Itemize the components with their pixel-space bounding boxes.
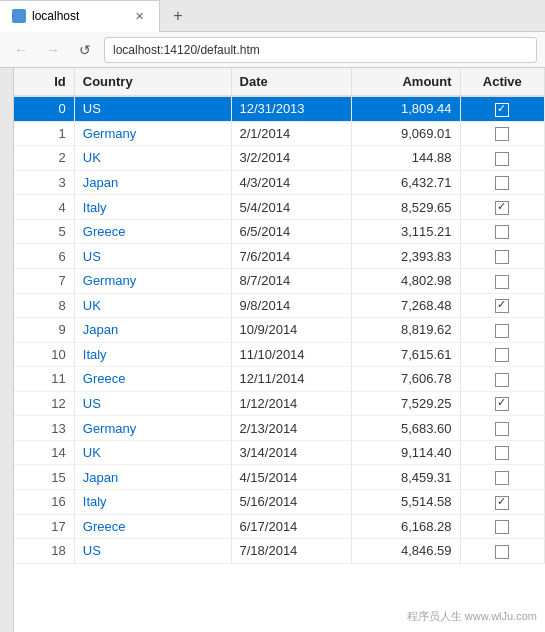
table-row[interactable]: 7Germany8/7/20144,802.98 (14, 268, 545, 293)
col-header-date[interactable]: Date (231, 68, 352, 96)
cell-country[interactable]: UK (74, 146, 231, 171)
cell-country[interactable]: US (74, 96, 231, 121)
cell-active[interactable] (460, 195, 544, 220)
cell-country[interactable]: US (74, 539, 231, 564)
country-link[interactable]: Greece (83, 519, 126, 534)
cell-country[interactable]: Italy (74, 490, 231, 515)
table-row[interactable]: 14UK3/14/20149,114.40 (14, 440, 545, 465)
forward-button[interactable]: → (40, 37, 66, 63)
active-checkbox[interactable] (495, 373, 509, 387)
table-row[interactable]: 11Greece12/11/20147,606.78 (14, 367, 545, 392)
active-checkbox[interactable] (495, 127, 509, 141)
table-row[interactable]: 18US7/18/20144,846.59 (14, 539, 545, 564)
country-link[interactable]: Germany (83, 421, 136, 436)
active-checkbox[interactable] (495, 446, 509, 460)
table-row[interactable]: 5Greece6/5/20143,115.21 (14, 219, 545, 244)
country-link[interactable]: Japan (83, 175, 118, 190)
cell-country[interactable]: Japan (74, 318, 231, 343)
cell-country[interactable]: US (74, 391, 231, 416)
country-link[interactable]: US (83, 543, 101, 558)
table-row[interactable]: 12US1/12/20147,529.25 (14, 391, 545, 416)
cell-country[interactable]: Greece (74, 514, 231, 539)
back-button[interactable]: ← (8, 37, 34, 63)
table-row[interactable]: 2UK3/2/2014144.88 (14, 146, 545, 171)
col-header-amount[interactable]: Amount (352, 68, 461, 96)
table-row[interactable]: 10Italy11/10/20147,615.61 (14, 342, 545, 367)
table-row[interactable]: 6US7/6/20142,393.83 (14, 244, 545, 269)
active-checkbox[interactable] (495, 201, 509, 215)
active-checkbox[interactable] (495, 275, 509, 289)
table-row[interactable]: 15Japan4/15/20148,459.31 (14, 465, 545, 490)
country-link[interactable]: US (83, 249, 101, 264)
cell-active[interactable] (460, 96, 544, 121)
cell-active[interactable] (460, 539, 544, 564)
country-link[interactable]: US (83, 396, 101, 411)
table-row[interactable]: 4Italy5/4/20148,529.65 (14, 195, 545, 220)
active-checkbox[interactable] (495, 496, 509, 510)
country-link[interactable]: UK (83, 150, 101, 165)
active-checkbox[interactable] (495, 348, 509, 362)
table-row[interactable]: 9Japan10/9/20148,819.62 (14, 318, 545, 343)
new-tab-button[interactable]: + (164, 2, 192, 30)
country-link[interactable]: Greece (83, 371, 126, 386)
active-checkbox[interactable] (495, 250, 509, 264)
col-header-active[interactable]: Active (460, 68, 544, 96)
browser-tab[interactable]: localhost ✕ (0, 0, 160, 32)
active-checkbox[interactable] (495, 103, 509, 117)
cell-active[interactable] (460, 391, 544, 416)
cell-country[interactable]: Japan (74, 170, 231, 195)
active-checkbox[interactable] (495, 545, 509, 559)
cell-country[interactable]: Italy (74, 195, 231, 220)
active-checkbox[interactable] (495, 471, 509, 485)
cell-active[interactable] (460, 465, 544, 490)
table-container[interactable]: Id Country Date Amount Active 0US12/31/2… (14, 68, 545, 632)
cell-active[interactable] (460, 490, 544, 515)
cell-country[interactable]: Germany (74, 416, 231, 441)
country-link[interactable]: Germany (83, 126, 136, 141)
country-link[interactable]: UK (83, 445, 101, 460)
cell-country[interactable]: Japan (74, 465, 231, 490)
cell-active[interactable] (460, 121, 544, 146)
country-link[interactable]: Germany (83, 273, 136, 288)
active-checkbox[interactable] (495, 422, 509, 436)
cell-active[interactable] (460, 244, 544, 269)
cell-active[interactable] (460, 146, 544, 171)
country-link[interactable]: Japan (83, 322, 118, 337)
country-link[interactable]: Italy (83, 200, 107, 215)
refresh-button[interactable]: ↺ (72, 37, 98, 63)
cell-country[interactable]: Germany (74, 121, 231, 146)
country-link[interactable]: Italy (83, 494, 107, 509)
cell-active[interactable] (460, 268, 544, 293)
active-checkbox[interactable] (495, 152, 509, 166)
table-row[interactable]: 0US12/31/20131,809.44 (14, 96, 545, 121)
table-row[interactable]: 16Italy5/16/20145,514.58 (14, 490, 545, 515)
active-checkbox[interactable] (495, 520, 509, 534)
table-row[interactable]: 3Japan4/3/20146,432.71 (14, 170, 545, 195)
table-row[interactable]: 13Germany2/13/20145,683.60 (14, 416, 545, 441)
active-checkbox[interactable] (495, 176, 509, 190)
cell-country[interactable]: UK (74, 440, 231, 465)
active-checkbox[interactable] (495, 324, 509, 338)
country-link[interactable]: Italy (83, 347, 107, 362)
col-header-id[interactable]: Id (14, 68, 74, 96)
cell-active[interactable] (460, 219, 544, 244)
tab-close-button[interactable]: ✕ (131, 8, 147, 24)
col-header-country[interactable]: Country (74, 68, 231, 96)
cell-country[interactable]: Greece (74, 367, 231, 392)
table-row[interactable]: 17Greece6/17/20146,168.28 (14, 514, 545, 539)
cell-country[interactable]: Italy (74, 342, 231, 367)
cell-country[interactable]: US (74, 244, 231, 269)
country-link[interactable]: Japan (83, 470, 118, 485)
cell-active[interactable] (460, 514, 544, 539)
cell-active[interactable] (460, 440, 544, 465)
country-link[interactable]: Greece (83, 224, 126, 239)
cell-country[interactable]: Greece (74, 219, 231, 244)
cell-country[interactable]: UK (74, 293, 231, 318)
country-link[interactable]: UK (83, 298, 101, 313)
cell-active[interactable] (460, 367, 544, 392)
table-row[interactable]: 8UK9/8/20147,268.48 (14, 293, 545, 318)
cell-active[interactable] (460, 342, 544, 367)
cell-active[interactable] (460, 318, 544, 343)
active-checkbox[interactable] (495, 397, 509, 411)
active-checkbox[interactable] (495, 225, 509, 239)
